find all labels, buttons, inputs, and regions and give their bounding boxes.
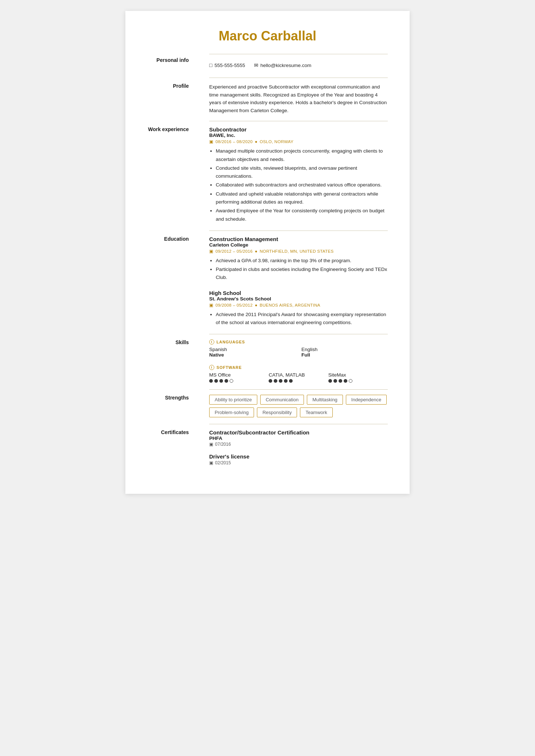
education-section: Education Construction Management Carlet… xyxy=(147,231,388,334)
strength-tag-1: Ability to prioritize xyxy=(209,395,257,405)
certificates-content: Contractor/Subcontractor Certification P… xyxy=(209,424,388,472)
job-company: BAWE, Inc. xyxy=(209,133,388,138)
location-icon: ● xyxy=(255,303,257,307)
software-item-1: MS Office xyxy=(209,372,269,383)
lang-name-1: Spanish Native xyxy=(209,347,296,358)
languages-category-label: i LANGUAGES xyxy=(209,339,388,344)
dot xyxy=(344,379,347,383)
location-icon: ● xyxy=(255,139,257,144)
languages-label: LANGUAGES xyxy=(216,340,245,344)
work-experience-section: Work experience Subcontractor BAWE, Inc.… xyxy=(147,121,388,230)
dot xyxy=(230,379,233,383)
location-icon: ● xyxy=(255,249,257,253)
strengths-content: Ability to prioritize Communication Mult… xyxy=(209,389,388,424)
skills-section: Skills i LANGUAGES Spanish Native Englis… xyxy=(147,334,388,389)
calendar-icon: ▣ xyxy=(209,442,213,447)
edu-entry-2: High School St. Andrew's Scots School ▣ … xyxy=(209,290,388,327)
education-content: Construction Management Carleton College… xyxy=(209,231,388,334)
edu-bullet: Achieved the 2011 Principal's Award for … xyxy=(216,311,388,327)
strength-tag-6: Responsibility xyxy=(257,407,297,417)
software-category-label: i SOFTWARE xyxy=(209,365,388,370)
strength-tag-2: Communication xyxy=(260,395,304,405)
phone-icon: □ xyxy=(209,62,212,68)
dot xyxy=(224,379,228,383)
edu-bullet: Participated in clubs and societies incl… xyxy=(216,265,388,282)
cert-org-1: PHFA xyxy=(209,436,388,441)
lang-name-2: English Full xyxy=(301,347,388,358)
edu-school-2: St. Andrew's Scots School xyxy=(209,296,388,302)
dot xyxy=(289,379,293,383)
edu-date-2: 09/2008 – 05/2012 xyxy=(215,303,253,307)
dot xyxy=(349,379,352,383)
skills-content: i LANGUAGES Spanish Native English Full … xyxy=(209,334,388,389)
skills-label: Skills xyxy=(175,339,199,345)
calendar-icon: ▣ xyxy=(209,460,213,465)
edu-meta-1: ▣ 09/2012 – 05/2016 ● NORTHFIELD, MN, UN… xyxy=(209,249,388,254)
dot xyxy=(219,379,223,383)
job-location: OSLO, NORWAY xyxy=(259,139,293,144)
edu-degree-2: High School xyxy=(209,290,388,296)
job-bullet: Collaborated with subcontractors and orc… xyxy=(216,181,388,189)
strengths-label: Strengths xyxy=(165,394,199,401)
dot xyxy=(339,379,342,383)
email-address: hello@kickresume.com xyxy=(261,63,312,68)
personal-info-content: □ 555-555-5555 ✉ hello@kickresume.com xyxy=(209,54,388,78)
dot xyxy=(328,379,332,383)
cert-date-1: ▣ 07/2016 xyxy=(209,442,388,447)
cert-entry-1: Contractor/Subcontractor Certification P… xyxy=(209,429,388,447)
job-entry: Subcontractor BAWE, Inc. ▣ 08/2016 – 08/… xyxy=(209,126,388,223)
job-bullet: Cultivated and upheld valuable relations… xyxy=(216,190,388,206)
info-icon-software: i xyxy=(209,365,214,370)
work-experience-label: Work experience xyxy=(148,126,199,132)
software-label: SOFTWARE xyxy=(216,365,242,370)
strength-tag-4: Independence xyxy=(346,395,387,405)
strength-tag-5: Problem-solving xyxy=(209,407,254,417)
strength-tag-3: Multitasking xyxy=(307,395,343,405)
edu-location-1: NORTHFIELD, MN, UNITED STATES xyxy=(259,249,333,253)
certificates-section: Certificates Contractor/Subcontractor Ce… xyxy=(147,424,388,472)
job-bullet: Managed multiple construction projects c… xyxy=(216,147,388,164)
profile-content: Experienced and proactive Subcontractor … xyxy=(209,78,388,121)
edu-location-2: BUENOS AIRES, ARGENTINA xyxy=(259,303,320,307)
profile-label: Profile xyxy=(173,82,199,89)
cert-entry-2: Driver's license ▣ 02/2015 xyxy=(209,453,388,465)
dots-3 xyxy=(328,379,388,383)
edu-entry-1: Construction Management Carleton College… xyxy=(209,236,388,282)
dots-2 xyxy=(269,379,328,383)
software-grid: MS Office CATIA, MATLAB xyxy=(209,372,388,383)
work-experience-content: Subcontractor BAWE, Inc. ▣ 08/2016 – 08/… xyxy=(209,121,388,230)
calendar-icon: ▣ xyxy=(209,303,213,308)
dot xyxy=(269,379,272,383)
edu-meta-2: ▣ 09/2008 – 05/2012 ● BUENOS AIRES, ARGE… xyxy=(209,303,388,308)
job-bullet: Conducted site visits, reviewed blueprin… xyxy=(216,164,388,181)
dot xyxy=(209,379,213,383)
email-icon: ✉ xyxy=(254,62,258,68)
cert-date-2: ▣ 02/2015 xyxy=(209,460,388,465)
info-icon: i xyxy=(209,339,214,344)
dot xyxy=(214,379,218,383)
job-title: Subcontractor xyxy=(209,126,388,133)
profile-text: Experienced and proactive Subcontractor … xyxy=(209,83,388,114)
cert-title-2: Driver's license xyxy=(209,453,388,460)
calendar-icon: ▣ xyxy=(209,249,213,254)
job-bullets: Managed multiple construction projects c… xyxy=(209,147,388,223)
job-meta: ▣ 08/2016 – 08/2020 ● OSLO, NORWAY xyxy=(209,139,388,144)
software-item-2: CATIA, MATLAB xyxy=(269,372,328,383)
personal-info-row: □ 555-555-5555 ✉ hello@kickresume.com xyxy=(209,59,388,71)
profile-section: Profile Experienced and proactive Subcon… xyxy=(147,78,388,121)
cert-title-1: Contractor/Subcontractor Certification xyxy=(209,429,388,436)
software-item-3: SiteMax xyxy=(328,372,388,383)
phone-item: □ 555-555-5555 xyxy=(209,62,245,68)
edu-school-1: Carleton College xyxy=(209,242,388,248)
personal-info-section: Personal info □ 555-555-5555 ✉ hello@kic… xyxy=(147,54,388,78)
strengths-tags: Ability to prioritize Communication Mult… xyxy=(209,395,388,417)
edu-degree-1: Construction Management xyxy=(209,236,388,242)
dot xyxy=(279,379,282,383)
edu-bullet: Achieved a GPA of 3.98, ranking in the t… xyxy=(216,257,388,265)
personal-info-label: Personal info xyxy=(156,56,199,63)
resume-container: Marco Carballal Personal info □ 555-555-… xyxy=(125,11,410,494)
calendar-icon: ▣ xyxy=(209,139,213,144)
dot xyxy=(274,379,277,383)
edu-date-1: 09/2012 – 05/2016 xyxy=(215,249,253,253)
certificates-label: Certificates xyxy=(161,429,199,435)
